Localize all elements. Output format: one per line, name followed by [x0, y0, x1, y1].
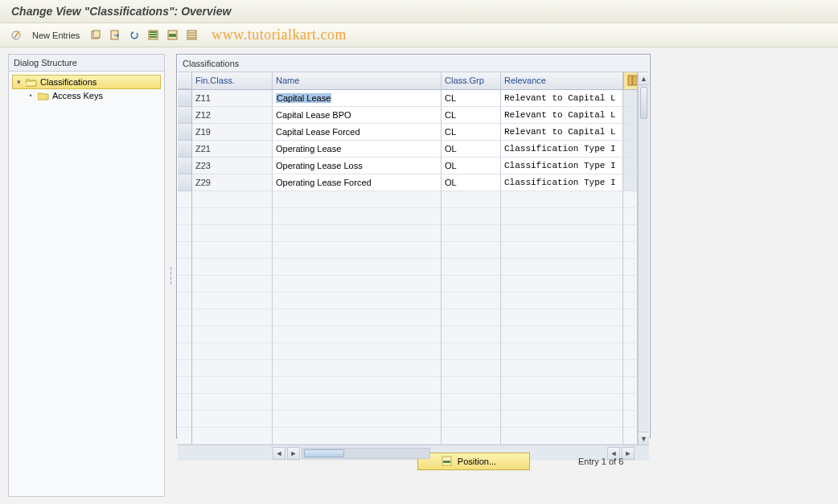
cell-name[interactable]: [273, 326, 442, 343]
vertical-scrollbar[interactable]: ▲ ▼: [638, 72, 649, 445]
col-fin-class[interactable]: Fin.Class.: [192, 72, 273, 89]
cell-relevance[interactable]: Relevant to Capital L: [501, 90, 623, 107]
cell-relevance[interactable]: Classification Type I: [501, 141, 623, 158]
cell-class-grp[interactable]: OL: [442, 141, 501, 158]
cell-name[interactable]: [273, 208, 442, 225]
cell-relevance[interactable]: [501, 293, 623, 309]
table-row[interactable]: Z29Operating Lease ForcedOLClassificatio…: [178, 174, 638, 191]
cell-class-grp[interactable]: OL: [442, 174, 501, 191]
cell-fin-class[interactable]: Z11: [192, 90, 273, 107]
cell-name[interactable]: Capital Lease BPO: [273, 107, 442, 124]
table-row-empty[interactable]: [178, 343, 638, 360]
cell-class-grp[interactable]: [442, 293, 501, 309]
cell-class-grp[interactable]: [442, 259, 501, 276]
cell-name[interactable]: [273, 394, 442, 411]
row-selector[interactable]: [178, 259, 192, 276]
cell-class-grp[interactable]: [442, 411, 501, 428]
row-selector[interactable]: [178, 174, 192, 191]
tree-item-access-keys[interactable]: • Access Keys: [12, 89, 161, 102]
undo-icon[interactable]: [126, 27, 142, 43]
table-row-empty[interactable]: [178, 191, 638, 208]
cell-class-grp[interactable]: [442, 377, 501, 394]
cell-class-grp[interactable]: CL: [442, 107, 501, 124]
cell-class-grp[interactable]: [442, 394, 501, 411]
cell-fin-class[interactable]: [192, 242, 273, 259]
new-entries-button[interactable]: New Entries: [27, 29, 84, 42]
deselect-all-icon[interactable]: [184, 27, 200, 43]
cell-name[interactable]: [273, 276, 442, 293]
col-relevance[interactable]: Relevance: [501, 72, 623, 89]
row-selector[interactable]: [178, 242, 192, 259]
cell-class-grp[interactable]: CL: [442, 90, 501, 107]
table-row[interactable]: Z23Operating Lease LossOLClassification …: [178, 158, 638, 174]
table-row-empty[interactable]: [178, 259, 638, 276]
cell-fin-class[interactable]: [192, 259, 273, 276]
cell-name[interactable]: Capital Lease: [273, 90, 442, 107]
cell-fin-class[interactable]: [192, 360, 273, 377]
table-row-empty[interactable]: [178, 360, 638, 377]
table-row-empty[interactable]: [178, 309, 638, 326]
cell-relevance[interactable]: Classification Type I: [501, 174, 623, 191]
cell-fin-class[interactable]: [192, 293, 273, 309]
cell-relevance[interactable]: Relevant to Capital L: [501, 107, 623, 124]
cell-relevance[interactable]: [501, 309, 623, 326]
cell-relevance[interactable]: Relevant to Capital L: [501, 124, 623, 141]
cell-fin-class[interactable]: [192, 225, 273, 242]
row-selector[interactable]: [178, 208, 192, 225]
cell-fin-class[interactable]: [192, 343, 273, 360]
scroll-track-horizontal[interactable]: [302, 448, 430, 459]
cell-relevance[interactable]: [501, 360, 623, 377]
cell-fin-class[interactable]: [192, 377, 273, 394]
scroll-down-icon[interactable]: ▼: [639, 432, 649, 445]
row-selector[interactable]: [178, 225, 192, 242]
row-selector[interactable]: [178, 158, 192, 174]
cell-name[interactable]: Operating Lease: [273, 141, 442, 158]
cell-fin-class[interactable]: [192, 191, 273, 208]
cell-relevance[interactable]: [501, 411, 623, 428]
table-row-empty[interactable]: [178, 242, 638, 259]
cell-relevance[interactable]: [501, 343, 623, 360]
cell-name[interactable]: [273, 377, 442, 394]
row-selector[interactable]: [178, 326, 192, 343]
row-selector[interactable]: [178, 377, 192, 394]
table-row-empty[interactable]: [178, 377, 638, 394]
row-selector[interactable]: [178, 411, 192, 428]
copy-icon[interactable]: [88, 27, 104, 43]
toggle-edit-icon[interactable]: [8, 27, 24, 43]
cell-fin-class[interactable]: [192, 309, 273, 326]
row-selector[interactable]: [178, 107, 192, 124]
cell-relevance[interactable]: [501, 242, 623, 259]
position-button[interactable]: Position...: [417, 453, 530, 470]
table-row-empty[interactable]: [178, 326, 638, 343]
row-selector[interactable]: [178, 90, 192, 107]
row-selector[interactable]: [178, 394, 192, 411]
cell-class-grp[interactable]: [442, 343, 501, 360]
row-selector[interactable]: [178, 343, 192, 360]
cell-class-grp[interactable]: [442, 225, 501, 242]
cell-name[interactable]: [273, 293, 442, 309]
table-row[interactable]: Z21Operating LeaseOLClassification Type …: [178, 141, 638, 158]
table-row[interactable]: Z12Capital Lease BPOCLRelevant to Capita…: [178, 107, 638, 124]
delete-icon[interactable]: [107, 27, 123, 43]
table-row-empty[interactable]: [178, 208, 638, 225]
table-row-empty[interactable]: [178, 394, 638, 411]
row-selector[interactable]: [178, 191, 192, 208]
cell-class-grp[interactable]: CL: [442, 124, 501, 141]
row-selector[interactable]: [178, 141, 192, 158]
col-name[interactable]: Name: [273, 72, 442, 89]
row-selector[interactable]: [178, 360, 192, 377]
table-config-icon[interactable]: [623, 72, 638, 89]
cell-fin-class[interactable]: Z29: [192, 174, 273, 191]
cell-relevance[interactable]: [501, 208, 623, 225]
cell-name[interactable]: Operating Lease Loss: [273, 158, 442, 174]
cell-class-grp[interactable]: [442, 276, 501, 293]
table-row-empty[interactable]: [178, 276, 638, 293]
cell-name[interactable]: [273, 225, 442, 242]
col-class-grp[interactable]: Class.Grp: [442, 72, 501, 89]
cell-fin-class[interactable]: Z12: [192, 107, 273, 124]
cell-name[interactable]: [273, 259, 442, 276]
cell-fin-class[interactable]: [192, 394, 273, 411]
row-selector-header[interactable]: [178, 72, 192, 89]
cell-relevance[interactable]: [501, 276, 623, 293]
row-selector[interactable]: [178, 293, 192, 309]
